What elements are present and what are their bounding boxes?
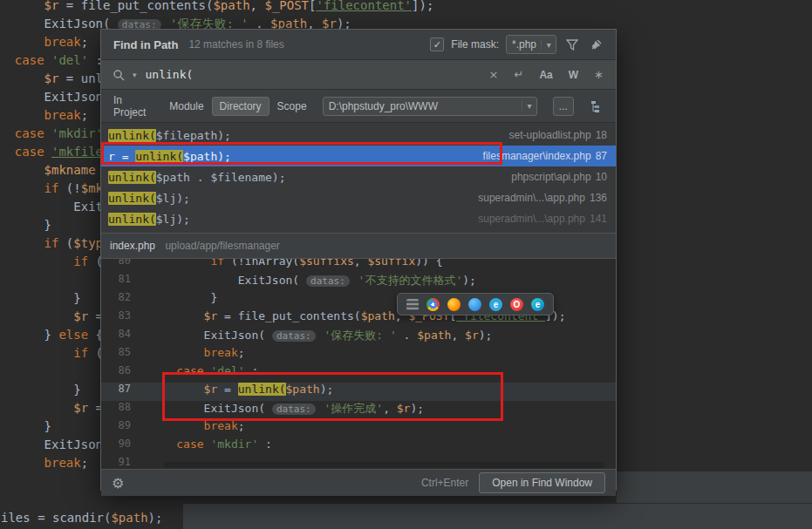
code-token: ; — [81, 108, 88, 122]
result-code: unlink($lj); — [108, 192, 190, 205]
settings-gear-icon[interactable]: ⚙ — [112, 475, 124, 492]
line-number: 88 — [108, 401, 131, 419]
code-token: case — [15, 53, 51, 67]
code-token: . — [397, 329, 417, 342]
code-token: ExitJson — [44, 90, 103, 104]
edge-icon[interactable]: e — [531, 298, 544, 311]
code-token: $_POST — [264, 0, 309, 12]
firefox-icon[interactable] — [447, 298, 461, 311]
code-token: $r — [73, 401, 88, 415]
preview-code-line[interactable]: 84ExitJson( datas: '保存失败: ' . $path, $r)… — [101, 328, 616, 346]
search-icon — [110, 66, 127, 84]
clear-search-icon[interactable]: × — [489, 68, 499, 81]
search-result-row[interactable]: unlink($lj);superadmin\...\app.php136 — [101, 187, 616, 208]
code-token: ; — [238, 346, 245, 359]
code-token: case — [15, 145, 51, 159]
code-token: break — [44, 456, 81, 470]
code-token: $lj); — [156, 213, 190, 226]
line-number: 91 — [108, 456, 131, 469]
browse-directory-button[interactable]: ... — [553, 97, 574, 116]
preview-code-line[interactable]: 85break; — [101, 346, 616, 364]
code-token: ExitJson( — [238, 274, 306, 287]
chrome-icon[interactable] — [426, 298, 440, 311]
code-token: $filepath); — [156, 129, 231, 142]
result-code: unlink($filepath); — [108, 129, 231, 142]
search-result-row[interactable]: unlink($lj);superadmin\...\app.php141 — [101, 208, 616, 229]
line-number: 81 — [108, 273, 131, 291]
newline-icon[interactable]: ↵ — [515, 68, 524, 81]
code-token: $r — [44, 71, 59, 85]
code-token: datas: — [272, 330, 316, 342]
code-token: if — [44, 236, 59, 250]
result-file-location: set-uploadlist.php18 — [509, 129, 607, 141]
opera-icon[interactable]: O — [510, 298, 523, 311]
file-mask-combo[interactable]: *.php ▾ — [506, 35, 556, 54]
browser-list-icon[interactable] — [406, 299, 419, 310]
code-token: unlink( — [108, 192, 156, 205]
preview-editor[interactable]: 80if (!inArray($suffixs, $suffix)) {81Ex… — [101, 259, 616, 469]
scope-tab-scope[interactable]: Scope — [277, 100, 307, 112]
match-case-icon[interactable]: Aa — [539, 69, 552, 81]
code-token: datas: — [306, 275, 350, 287]
annotation-rect-result — [101, 142, 502, 165]
pin-icon[interactable] — [588, 36, 605, 53]
code-token: $path — [111, 511, 147, 525]
preview-code-line[interactable]: 80if (!inArray($suffixs, $suffix)) { — [101, 259, 616, 273]
chevron-down-icon: ▾ — [522, 101, 536, 111]
code-token: break — [44, 108, 81, 122]
line-number: 82 — [108, 291, 131, 309]
code-token: 'filecontent' — [316, 0, 412, 12]
shortcut-hint: Ctrl+Enter — [421, 477, 468, 489]
code-token: unlink( — [108, 171, 156, 184]
ie-icon[interactable]: e — [489, 298, 502, 311]
preview-code-line[interactable]: 90case 'mkdir' : — [101, 437, 616, 456]
code-text: break; — [131, 419, 245, 437]
search-result-row[interactable]: unlink($path . $filename);phpscript\api.… — [101, 166, 616, 187]
code-token: break — [204, 346, 238, 359]
code-token: , — [354, 259, 368, 268]
scope-structure-icon[interactable] — [590, 98, 605, 115]
scope-bar: In Project Module Directory Scope D:\php… — [101, 90, 616, 123]
scope-tab-directory[interactable]: Directory — [212, 97, 270, 116]
editor-code-line: $r = file_put_contents($path, $_POST['fi… — [0, 0, 812, 17]
code-text: if (!inArray($suffixs, $suffix)) { — [131, 259, 443, 273]
whole-words-icon[interactable]: W — [569, 69, 578, 81]
line-number: 89 — [108, 419, 131, 437]
result-code: unlink($lj); — [108, 213, 190, 226]
safari-icon[interactable] — [468, 298, 481, 311]
search-query-input[interactable]: unlink( — [146, 68, 194, 81]
preview-filepath: upload/app/filesmanager — [165, 240, 279, 252]
dialog-header: Find in Path 12 matches in 8 files ✓ Fil… — [101, 30, 616, 60]
code-token: break — [204, 419, 238, 432]
code-token: $suffix — [367, 259, 415, 268]
code-token: } — [44, 218, 51, 232]
code-text: break; — [131, 346, 245, 364]
horizontal-scrollbar[interactable] — [164, 462, 604, 468]
match-count: 12 matches in 8 files — [188, 38, 283, 51]
search-history-chevron-icon[interactable]: ▾ — [133, 71, 137, 79]
code-token: ); — [479, 329, 493, 342]
code-token: if — [44, 181, 59, 195]
search-bar: ▾ unlink( × ↵ Aa W ∗ — [101, 60, 616, 90]
code-token: $suffixs — [299, 259, 354, 268]
filter-icon[interactable] — [563, 36, 581, 53]
code-token: : — [258, 437, 272, 451]
scope-tab-module[interactable]: Module — [169, 100, 203, 112]
code-token: = unl — [58, 71, 103, 85]
regex-icon[interactable]: ∗ — [594, 68, 604, 81]
code-token: ExitJson — [44, 437, 103, 451]
code-token: } — [210, 291, 217, 304]
open-in-find-window-button[interactable]: Open in Find Window — [479, 472, 605, 493]
directory-combo[interactable]: D:\phpstudy_pro\WWW ▾ — [323, 97, 537, 116]
file-mask-checkbox[interactable]: ✓ — [430, 37, 444, 51]
code-text: ExitJson( datas: '不支持的文件格式'); — [131, 273, 476, 291]
code-token: )) { — [415, 259, 442, 268]
code-token: $r — [204, 309, 218, 322]
code-token: $r — [73, 309, 88, 323]
code-token: 'mkfile — [51, 145, 103, 159]
scope-tab-in-project[interactable]: In Project — [113, 94, 154, 119]
annotation-rect-code — [162, 372, 503, 421]
result-file-location: phpscript\api.php10 — [511, 171, 607, 183]
preview-code-line[interactable]: 81ExitJson( datas: '不支持的文件格式'); — [101, 273, 616, 291]
preview-code-line[interactable]: 89break; — [101, 419, 616, 437]
